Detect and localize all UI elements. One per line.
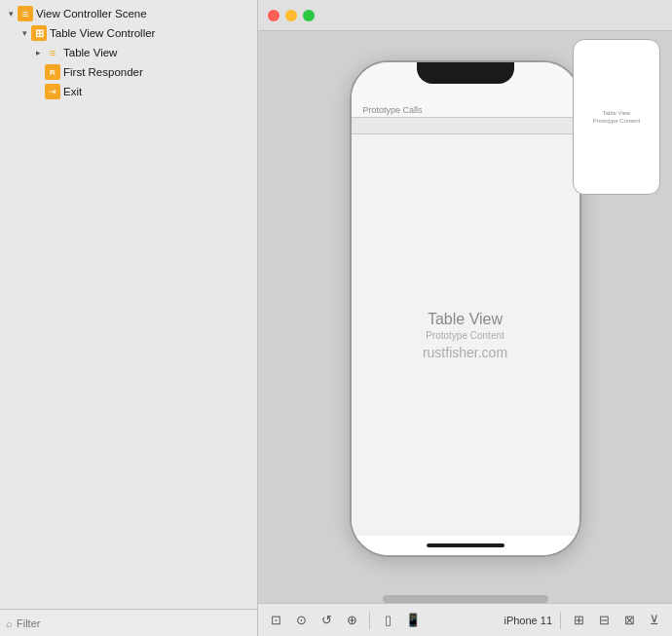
toolbar-refresh-icon[interactable]: ↺ bbox=[317, 611, 336, 630]
home-bar bbox=[352, 536, 579, 555]
preview-thumbnail: Table View Prototype Content bbox=[573, 39, 660, 195]
vc-label: Table View Controller bbox=[50, 27, 155, 39]
tree-item-exit[interactable]: ⇥ Exit bbox=[0, 82, 257, 101]
main-area: ▾ ≡ View Controller Scene ▾ ⊞ Table View… bbox=[0, 0, 672, 636]
chevron-responder-icon bbox=[31, 65, 45, 79]
scene-icon: ≡ bbox=[18, 6, 33, 21]
canvas-titlebar bbox=[258, 0, 672, 31]
exit-label: Exit bbox=[63, 86, 82, 97]
canvas-area: Prototype Calls Table View Prototype Con… bbox=[258, 0, 672, 636]
exit-icon: ⇥ bbox=[45, 84, 60, 99]
table-view-center-label: Table View bbox=[428, 311, 503, 328]
watermark-label: rustfisher.com bbox=[423, 345, 507, 360]
tableview-label: Table View bbox=[63, 47, 117, 58]
device-label: iPhone 11 bbox=[504, 615, 552, 626]
toolbar-phone-icon[interactable]: 📱 bbox=[403, 611, 423, 630]
maximize-button[interactable] bbox=[303, 10, 315, 21]
minimize-button[interactable] bbox=[285, 10, 297, 21]
prototype-calls-label: Prototype Calls bbox=[352, 101, 579, 117]
toolbar-constraints-icon[interactable]: ⊞ bbox=[569, 611, 588, 630]
responder-icon: R bbox=[45, 64, 60, 80]
sidebar-filter: ⌕ bbox=[0, 609, 257, 636]
tree-item-vc[interactable]: ▾ ⊞ Table View Controller bbox=[0, 23, 257, 43]
tree-view: ▾ ≡ View Controller Scene ▾ ⊞ Table View… bbox=[0, 0, 257, 609]
tree-item-scene[interactable]: ▾ ≡ View Controller Scene bbox=[0, 4, 257, 23]
iphone-notch bbox=[417, 62, 514, 84]
tree-item-responder[interactable]: R First Responder bbox=[0, 62, 257, 82]
vc-icon: ⊞ bbox=[31, 25, 47, 41]
chevron-exit-icon bbox=[31, 85, 45, 98]
preview-text: Table View Prototype Content bbox=[593, 109, 640, 126]
toolbar-target-icon[interactable]: ⊙ bbox=[291, 611, 311, 630]
tree-item-tableview[interactable]: ▸ ≡ Table View bbox=[0, 43, 257, 62]
filter-input[interactable] bbox=[17, 617, 251, 629]
toolbar-zoom-icon[interactable]: ⊻ bbox=[645, 611, 664, 630]
sidebar: ▾ ≡ View Controller Scene ▾ ⊞ Table View… bbox=[0, 0, 258, 636]
toolbar-portrait-icon[interactable]: ▯ bbox=[378, 611, 397, 630]
toolbar-separator-1 bbox=[369, 612, 370, 629]
toolbar-align-icon[interactable]: ⊟ bbox=[594, 611, 614, 630]
chevron-vc-icon: ▾ bbox=[18, 26, 31, 40]
responder-label: First Responder bbox=[63, 66, 143, 78]
chevron-scene-icon: ▾ bbox=[4, 7, 18, 20]
bottom-toolbar: ⊡ ⊙ ↺ ⊕ ▯ 📱 iPhone 11 ⊞ ⊟ ⊠ ⊻ bbox=[258, 603, 672, 636]
toolbar-separator-2 bbox=[560, 612, 561, 629]
table-content: Table View Prototype Content rustfisher.… bbox=[352, 134, 579, 536]
canvas-scroll-thumb[interactable] bbox=[383, 595, 548, 603]
toolbar-layout-icon[interactable]: ⊠ bbox=[619, 611, 639, 630]
iphone-screen: Prototype Calls Table View Prototype Con… bbox=[352, 62, 579, 555]
canvas-scroll-area[interactable]: Prototype Calls Table View Prototype Con… bbox=[258, 31, 672, 603]
chevron-tableview-icon: ▸ bbox=[31, 46, 45, 59]
close-button[interactable] bbox=[268, 10, 280, 21]
toolbar-document-icon[interactable]: ⊡ bbox=[266, 611, 285, 630]
scene-label: View Controller Scene bbox=[36, 8, 147, 19]
toolbar-pin-icon[interactable]: ⊕ bbox=[342, 611, 361, 630]
filter-icon: ⌕ bbox=[6, 617, 13, 629]
canvas-scrollbar[interactable] bbox=[258, 595, 672, 603]
table-view-icon: ≡ bbox=[45, 45, 60, 60]
home-bar-pill bbox=[427, 543, 504, 547]
device-selector[interactable]: iPhone 11 bbox=[504, 615, 552, 626]
prototype-content-label: Prototype Content bbox=[426, 330, 504, 341]
iphone-mockup: Prototype Calls Table View Prototype Con… bbox=[350, 60, 581, 557]
table-section-header bbox=[352, 117, 579, 134]
